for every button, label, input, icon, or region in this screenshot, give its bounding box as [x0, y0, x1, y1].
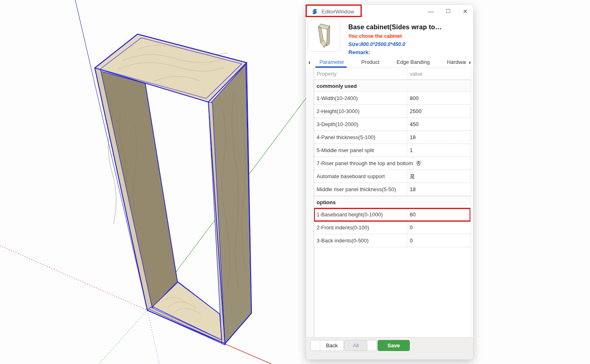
footer-blank-button-2[interactable]	[367, 340, 376, 351]
property-cell: 7-Riser panel through the top and bottom	[314, 157, 413, 170]
table-row[interactable]: 3-Depth(10-2000)450	[314, 118, 470, 131]
property-cell: Automate baseboard support	[314, 170, 407, 183]
table-row[interactable]: 7-Riser panel through the top and bottom…	[314, 157, 470, 170]
window-title: EditorWindow	[321, 9, 354, 15]
titlebar[interactable]: EditorWindow — ☐ ✕	[306, 5, 473, 18]
value-cell[interactable]: 60	[407, 208, 470, 221]
save-button[interactable]: Save	[378, 340, 410, 351]
table-row[interactable]: 1-Baseboard height(0-1000)60	[314, 208, 470, 221]
table-row[interactable]: Middle riser panel thickness(5-50)18	[314, 183, 470, 196]
value-cell[interactable]: 否	[413, 157, 470, 170]
property-cell: 5-Middle riser panel split	[314, 144, 407, 157]
property-cell: 2-Front indents(0-100)	[314, 221, 407, 234]
cabinet-thumbnail-image	[310, 22, 337, 50]
axis-green-dotted	[99, 310, 147, 364]
axis-blue-dotted	[147, 310, 160, 364]
property-column-header: Property	[314, 71, 407, 77]
value-cell[interactable]: 18	[407, 183, 470, 196]
value-cell[interactable]: 18	[407, 131, 470, 144]
table-row[interactable]: Automate baseboard support是	[314, 170, 470, 183]
parameter-grid: Property value commonly used1-Width(10-2…	[314, 68, 470, 337]
cabinet-header: Base cabinet(Sides wrap to… You chose th…	[306, 18, 473, 59]
tab-bar: ‹ ParameterProductEdge BandingHardwareAc…	[306, 56, 473, 68]
minimize-icon[interactable]: —	[428, 9, 434, 14]
footer-blank-button-1[interactable]	[311, 340, 320, 351]
table-row[interactable]: 1-Width(10-2400)800	[314, 92, 470, 105]
sketchup-logo-icon	[311, 8, 318, 15]
value-column-header: value	[407, 68, 470, 79]
property-cell: 3-Depth(10-2000)	[314, 118, 407, 131]
value-cell[interactable]: 450	[407, 118, 470, 131]
tab-hardware[interactable]: Hardware	[443, 59, 466, 65]
value-cell[interactable]: 是	[407, 170, 470, 183]
value-cell[interactable]: 2500	[407, 105, 470, 118]
all-button[interactable]: All	[345, 340, 367, 351]
chose-text: You chose the cabinet	[348, 33, 402, 39]
table-row[interactable]: 4-Panel thickness(5-100)18	[314, 131, 470, 144]
tab-scroll-right-icon[interactable]: ›	[466, 56, 473, 68]
footer-bar: Back All Save	[306, 337, 473, 360]
property-cell: 4-Panel thickness(5-100)	[314, 131, 407, 144]
tab-product[interactable]: Product	[357, 59, 384, 65]
property-cell: 3-Back indents(0-500)	[314, 234, 407, 247]
grid-gutter	[306, 68, 314, 337]
app-canvas: EditorWindow — ☐ ✕ Base cabinet(Sides wr…	[0, 0, 590, 364]
product-name: Base cabinet(Sides wrap to…	[348, 24, 441, 31]
close-icon[interactable]: ✕	[463, 9, 468, 14]
back-button[interactable]: Back	[320, 340, 343, 351]
property-cell: 1-Width(10-2400)	[314, 92, 407, 105]
value-cell[interactable]: 1	[407, 144, 470, 157]
value-cell[interactable]: 0	[407, 221, 470, 234]
editor-window: EditorWindow — ☐ ✕ Base cabinet(Sides wr…	[306, 5, 473, 360]
remark-label: Remark:	[348, 49, 370, 55]
table-row[interactable]: 3-Back indents(0-500)0	[314, 234, 470, 247]
section-header-commonly-used[interactable]: commonly used	[314, 80, 470, 92]
axis-red-dotted	[0, 246, 147, 310]
value-cell[interactable]: 800	[407, 92, 470, 105]
property-cell: Middle riser panel thickness(5-50)	[314, 183, 407, 196]
tab-parameter[interactable]: Parameter	[315, 59, 348, 65]
table-row[interactable]: 2-Height(10-3000)2500	[314, 105, 470, 118]
property-cell: 2-Height(10-3000)	[314, 105, 407, 118]
grid-scrollbar[interactable]	[470, 68, 473, 337]
cabinet-3d-model[interactable]	[95, 34, 251, 345]
grid-header-row: Property value	[314, 68, 470, 80]
value-cell[interactable]: 0	[407, 234, 470, 247]
table-row[interactable]: 5-Middle riser panel split1	[314, 144, 470, 157]
size-text: Size:800.0*2500.0*450.0	[348, 41, 405, 47]
maximize-icon[interactable]: ☐	[446, 9, 451, 14]
section-header-options[interactable]: options	[314, 196, 470, 208]
property-cell: 1-Baseboard height(0-1000)	[314, 208, 407, 221]
tab-scroll-left-icon[interactable]: ‹	[306, 56, 313, 68]
tab-edge-banding[interactable]: Edge Banding	[393, 59, 434, 65]
viewport-3d[interactable]	[0, 0, 590, 364]
table-row[interactable]: 2-Front indents(0-100)0	[314, 221, 470, 234]
cabinet-thumbnail[interactable]	[308, 20, 340, 52]
